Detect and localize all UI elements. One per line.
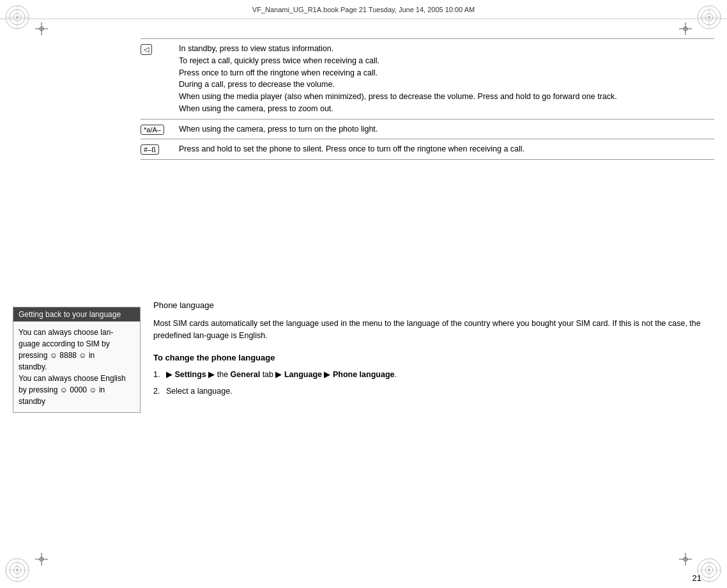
page-number: 21 xyxy=(693,573,701,583)
crosshair-br xyxy=(679,553,692,566)
crosshair-bl xyxy=(35,553,48,566)
step-text: ▶ Settings ▶ the General tab ▶ Language … xyxy=(166,368,397,382)
main-content-section: Phone language Most SIM cards automatica… xyxy=(153,300,714,401)
description-cell: Press and hold to set the phone to silen… xyxy=(179,143,714,155)
key-icon-star: *a/A– xyxy=(141,125,164,135)
sidebar-tip-box: Getting back to your language You can al… xyxy=(13,307,141,413)
key-cell: #–ß xyxy=(141,143,179,155)
sidebar-title: Getting back to your language xyxy=(13,307,140,321)
table-row: *a/A– When using the camera, press to tu… xyxy=(141,119,714,139)
header-text: VF_Nanami_UG_R1A.book Page 21 Tuesday, J… xyxy=(252,6,475,13)
key-cell: ◁ xyxy=(141,43,179,55)
sidebar-content: You can always choose lan- guage accordi… xyxy=(13,321,140,412)
step-text: Select a language. xyxy=(166,384,233,399)
section-body: Most SIM cards automatically set the lan… xyxy=(153,318,714,343)
description-cell: In standby, press to view status informa… xyxy=(179,43,714,115)
key-table: ◁ In standby, press to view status infor… xyxy=(141,38,714,160)
page-header: VF_Nanami_UG_R1A.book Page 21 Tuesday, J… xyxy=(0,0,727,19)
key-cell: *a/A– xyxy=(141,123,179,135)
key-icon-hash: #–ß xyxy=(141,144,159,155)
key-icon-back: ◁ xyxy=(141,44,152,55)
step-1: 1. ▶ Settings ▶ the General tab ▶ Langua… xyxy=(153,368,714,382)
description-cell: When using the camera, press to turn on … xyxy=(179,123,714,135)
section-title: Phone language xyxy=(153,300,714,310)
step-number: 1. xyxy=(153,368,166,382)
subsection-title: To change the phone language xyxy=(153,353,714,362)
corner-decoration-bl xyxy=(3,556,32,585)
step-2: 2. Select a language. xyxy=(153,384,714,399)
crosshair-tl xyxy=(35,22,48,35)
table-row: ◁ In standby, press to view status infor… xyxy=(141,38,714,119)
instruction-list: 1. ▶ Settings ▶ the General tab ▶ Langua… xyxy=(153,368,714,399)
step-number: 2. xyxy=(153,384,166,399)
crosshair-tr xyxy=(679,22,692,35)
table-row: #–ß Press and hold to set the phone to s… xyxy=(141,139,714,160)
